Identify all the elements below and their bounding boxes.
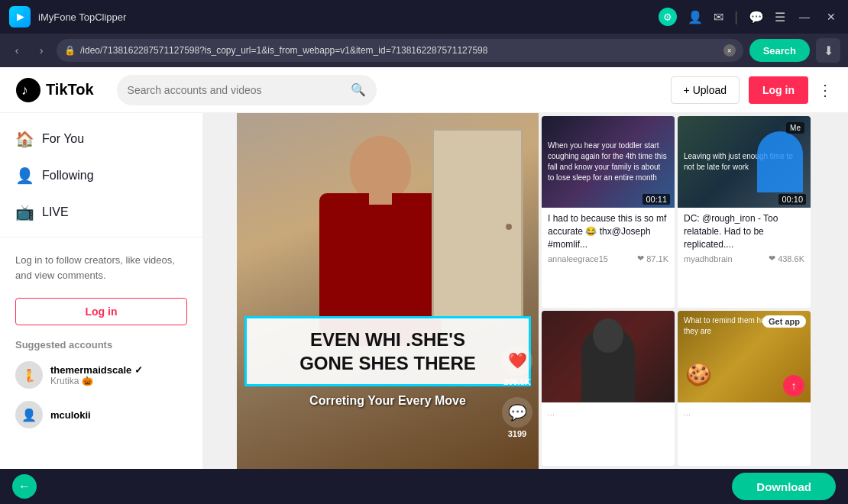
settings-icon[interactable]: ⚙ [659, 8, 677, 26]
sidebar-login-button[interactable]: Log in [15, 298, 187, 325]
forward-nav-button[interactable]: › [32, 41, 50, 60]
tiktok-logo-icon: ♪ [15, 77, 41, 103]
thumb-text-0: When you hear your toddler start coughin… [548, 141, 668, 183]
video-duration-1: 00:10 [778, 194, 806, 205]
close-button[interactable]: ✕ [824, 11, 839, 23]
more-button[interactable]: ⋮ [817, 81, 833, 99]
like-count-1: 438.6K [778, 254, 804, 263]
search-button[interactable]: Search [749, 39, 810, 62]
sidebar-label-for-you: For You [42, 132, 84, 146]
video-meta-0: annaleegrace15 ❤87.1K [548, 254, 668, 263]
video-title-0: I had to because this is so mf accurate … [548, 212, 668, 250]
url-bar: ‹ › 🔒 /ideo/7138162287571127598?is_copy_… [0, 34, 848, 67]
sidebar-label-live: LIVE [42, 205, 69, 219]
sidebar: 🏠 For You 👤 Following 📺 LIVE Log in to f… [0, 113, 202, 469]
account-item-1[interactable]: 👤 mculokii [0, 395, 202, 435]
thumb-head-2 [593, 318, 623, 353]
video-thumb-0: When you hear your toddler start coughin… [542, 116, 675, 208]
comment-button[interactable]: 💬 3199 [502, 397, 532, 438]
video-caption-line1: EVEN WHI .SHE'S [259, 328, 516, 351]
url-clear-button[interactable]: × [723, 44, 736, 57]
sidebar-label-following: Following [42, 169, 94, 183]
video-meta-1: myadhdbrain ❤438.6K [684, 254, 804, 263]
tiktok-logo: ♪ TikTok [15, 77, 94, 103]
title-bar: ▶ iMyFone TopClipper ⚙ 👤 ✉ | 💬 ☰ — ✕ [0, 0, 848, 34]
door-bg [432, 128, 523, 319]
url-input-wrap: 🔒 /ideo/7138162287571127598?is_copy_url=… [57, 39, 743, 62]
suggested-accounts-title: Suggested accounts [0, 331, 202, 355]
feed-area: EVEN WHI .SHE'S GONE SHES THERE Corretin… [202, 113, 848, 469]
bottom-bar: ← Download [0, 469, 848, 504]
tiktok-logo-text: TikTok [46, 81, 94, 99]
heart-icon: ❤️ [502, 345, 532, 376]
account-info-0: themermaidscale ✓ Krutika 🎃 [50, 364, 143, 386]
video-title-3: ... [684, 407, 804, 418]
video-info-3: ... [678, 402, 811, 426]
video-stats-1: ❤438.6K [769, 254, 804, 263]
back-button[interactable]: ← [12, 474, 37, 499]
sidebar-divider [0, 237, 202, 237]
live-icon: 📺 [15, 203, 34, 221]
download-button[interactable]: Download [732, 473, 836, 500]
cookie-icon: 🍪 [685, 362, 712, 387]
download-icon-button[interactable]: ⬇ [816, 38, 840, 63]
tiktok-search-input[interactable] [128, 84, 345, 96]
tiktok-search-wrap[interactable]: 🔍 [117, 75, 377, 105]
sidebar-item-for-you[interactable]: 🏠 For You [0, 121, 202, 157]
video-card-0[interactable]: When you hear your toddler start coughin… [542, 116, 675, 308]
sidebar-item-following[interactable]: 👤 Following [0, 157, 202, 194]
titlebar-icons: ⚙ 👤 ✉ | 💬 ☰ — ✕ [659, 8, 839, 26]
url-display[interactable]: /ideo/7138162287571127598?is_copy_url=1&… [80, 45, 719, 56]
get-app-badge[interactable]: Get app [762, 315, 806, 328]
video-thumb-2 [542, 311, 675, 402]
account-sub-0: Krutika 🎃 [50, 376, 143, 386]
account-avatar-1: 👤 [15, 401, 43, 428]
video-author-1: myadhdbrain [684, 254, 733, 263]
video-author-0: annaleegrace15 [548, 254, 608, 263]
like-button[interactable]: ❤️ 209.5K [502, 345, 532, 386]
search-icon: 🔍 [351, 82, 366, 97]
user-icon[interactable]: 👤 [688, 10, 703, 24]
scroll-up-button[interactable]: ↑ [783, 375, 804, 396]
me-label: Me [786, 122, 804, 134]
upload-button[interactable]: + Upload [671, 76, 740, 104]
url-icon: 🔒 [64, 45, 76, 56]
thumb-figure-1 [757, 131, 803, 192]
door-knob [506, 224, 512, 230]
back-nav-button[interactable]: ‹ [8, 41, 26, 60]
comment-icon[interactable]: 💬 [749, 10, 764, 24]
header-right: + Upload Log in ⋮ [671, 76, 833, 104]
video-info-0: I had to because this is so mf accurate … [542, 208, 675, 268]
video-card-2[interactable]: ... [542, 311, 675, 466]
video-bottom-text: Correting Your Every Move [244, 394, 531, 408]
right-videos-grid: When you hear your toddler start coughin… [539, 113, 814, 469]
account-name-0: themermaidscale ✓ [50, 364, 143, 376]
app-title: iMyFone TopClipper [38, 11, 651, 23]
main-video-bg: EVEN WHI .SHE'S GONE SHES THERE Corretin… [237, 113, 539, 469]
account-name-1: mculokii [50, 409, 91, 421]
heart-icon-sm-1: ❤ [769, 254, 775, 263]
video-text-overlay: EVEN WHI .SHE'S GONE SHES THERE Corretin… [237, 316, 539, 408]
home-icon: 🏠 [15, 130, 34, 148]
account-avatar-0: 🧜 [15, 361, 43, 389]
svg-point-0 [16, 78, 40, 102]
video-card-3[interactable]: What to remind them how great they are G… [678, 311, 811, 466]
login-button[interactable]: Log in [749, 76, 808, 104]
app-logo: ▶ [9, 6, 31, 27]
video-stats-0: ❤87.1K [637, 254, 668, 263]
video-card-1[interactable]: Leaving with just enough time to not be … [678, 116, 811, 308]
video-thumb-3: What to remind them how great they are G… [678, 311, 811, 402]
like-count-0: 87.1K [646, 254, 668, 263]
sidebar-login-text: Log in to follow creators, like videos, … [0, 244, 202, 292]
video-info-2: ... [542, 402, 675, 426]
account-item-0[interactable]: 🧜 themermaidscale ✓ Krutika 🎃 [0, 355, 202, 395]
tiktok-header: ♪ TikTok 🔍 + Upload Log in ⋮ [0, 67, 848, 113]
like-stat-1: ❤438.6K [769, 254, 804, 263]
mail-icon[interactable]: ✉ [714, 10, 723, 24]
menu-icon[interactable]: ☰ [775, 10, 785, 24]
minimize-button[interactable]: — [796, 11, 813, 23]
sidebar-item-live[interactable]: 📺 LIVE [0, 194, 202, 231]
following-icon: 👤 [15, 166, 34, 185]
like-count: 209.5K [503, 377, 530, 386]
figure-neck [369, 189, 392, 205]
